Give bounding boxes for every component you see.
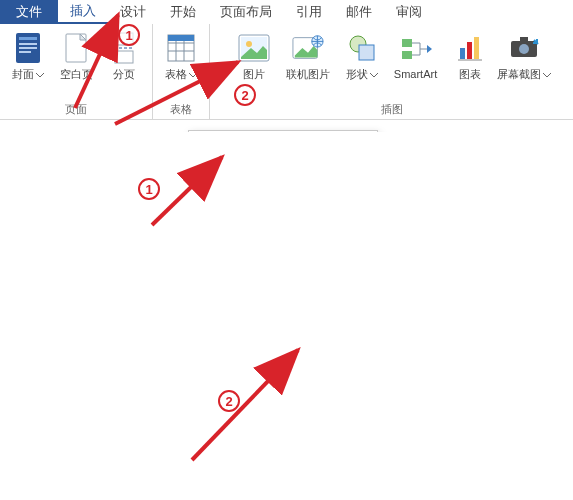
ribbon-content: 封面 空白页 分页 页面 表格: [0, 24, 573, 120]
group-tables-label: 表格: [170, 100, 192, 117]
chevron-down-icon: [370, 68, 378, 80]
svg-rect-16: [359, 45, 374, 60]
tab-home-label: 开始: [170, 3, 196, 21]
blank-page-button[interactable]: 空白页: [52, 28, 100, 81]
shapes-button[interactable]: 形状: [338, 28, 386, 81]
svg-rect-2: [19, 43, 37, 45]
chevron-down-icon: [36, 68, 44, 80]
tab-page-layout-label: 页面布局: [220, 3, 272, 21]
svg-point-24: [519, 44, 529, 54]
smartart-button[interactable]: SmartArt: [386, 28, 446, 81]
shapes-icon: [346, 32, 378, 64]
group-illustrations-items: 图片 联机图片 形状 SmartArt: [230, 28, 554, 100]
picture-label: 图片: [243, 68, 265, 81]
online-pictures-label: 联机图片: [286, 68, 330, 81]
tab-insert[interactable]: 插入: [58, 0, 108, 24]
blank-page-icon: [60, 32, 92, 64]
tab-design-label: 设计: [120, 3, 146, 21]
blank-page-label: 空白页: [60, 68, 93, 81]
screenshot-label: 屏幕截图: [497, 68, 551, 81]
svg-rect-23: [520, 37, 528, 42]
page-break-label: 分页: [113, 68, 135, 81]
page-break-button[interactable]: 分页: [100, 28, 148, 81]
svg-rect-7: [115, 51, 133, 63]
tab-page-layout[interactable]: 页面布局: [208, 0, 284, 24]
picture-icon: [238, 32, 270, 64]
tab-home[interactable]: 开始: [158, 0, 208, 24]
group-illustrations: 图片 联机图片 形状 SmartArt: [210, 24, 573, 119]
cover-page-label: 封面: [12, 68, 44, 81]
svg-point-12: [246, 41, 252, 47]
tab-references-label: 引用: [296, 3, 322, 21]
tab-review[interactable]: 审阅: [384, 0, 434, 24]
svg-rect-17: [402, 39, 412, 47]
screenshot-button[interactable]: 屏幕截图: [494, 28, 554, 81]
chevron-down-icon: [189, 68, 197, 80]
group-pages-label: 页面: [65, 100, 87, 117]
shapes-label: 形状: [346, 68, 378, 81]
popover-header: 布局选项: [189, 131, 377, 132]
group-tables: 表格 表格: [153, 24, 210, 119]
group-pages: 封面 空白页 分页 页面: [0, 24, 153, 119]
group-tables-items: 表格: [157, 28, 205, 100]
group-pages-items: 封面 空白页 分页: [4, 28, 148, 100]
tab-references[interactable]: 引用: [284, 0, 334, 24]
cover-page-button[interactable]: 封面: [4, 28, 52, 81]
screenshot-icon: [508, 32, 540, 64]
svg-rect-19: [460, 48, 465, 59]
tab-insert-label: 插入: [70, 2, 96, 20]
chart-label: 图表: [459, 68, 481, 81]
chevron-down-icon: [543, 68, 551, 80]
tab-mailings[interactable]: 邮件: [334, 0, 384, 24]
svg-rect-4: [19, 51, 31, 53]
tab-file[interactable]: 文件: [0, 0, 58, 24]
ribbon-tabs: 文件 插入 设计 开始 页面布局 引用 邮件 审阅: [0, 0, 573, 24]
table-icon: [165, 32, 197, 64]
picture-button[interactable]: 图片: [230, 28, 278, 81]
tab-mailings-label: 邮件: [346, 3, 372, 21]
svg-rect-20: [467, 42, 472, 59]
tab-design[interactable]: 设计: [108, 0, 158, 24]
svg-rect-18: [402, 51, 412, 59]
online-pictures-icon: [292, 32, 324, 64]
tab-file-label: 文件: [16, 3, 42, 21]
group-illustrations-label: 插图: [381, 100, 403, 117]
smartart-icon: [400, 32, 432, 64]
svg-rect-6: [115, 33, 133, 45]
chart-button[interactable]: 图表: [446, 28, 494, 81]
chart-icon: [454, 32, 486, 64]
smartart-label: SmartArt: [394, 68, 437, 81]
table-button[interactable]: 表格: [157, 28, 205, 81]
svg-rect-21: [474, 37, 479, 59]
cover-page-icon: [12, 32, 44, 64]
tab-review-label: 审阅: [396, 3, 422, 21]
table-label: 表格: [165, 68, 197, 81]
svg-rect-3: [19, 47, 37, 49]
svg-rect-9: [168, 35, 194, 41]
online-pictures-button[interactable]: 联机图片: [278, 28, 338, 81]
layout-options-popover: 布局选项 嵌入型 文字环绕: [188, 130, 378, 132]
svg-rect-1: [19, 37, 37, 40]
page-break-icon: [108, 32, 140, 64]
